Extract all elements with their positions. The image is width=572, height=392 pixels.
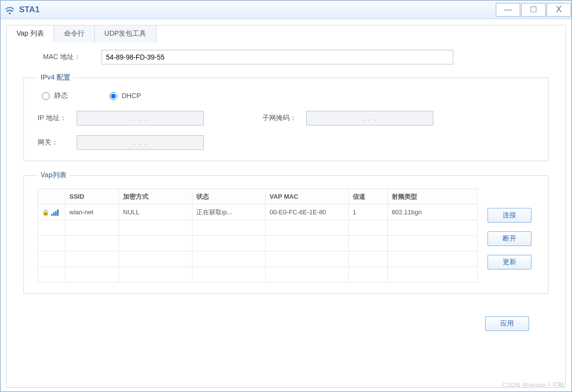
connect-button[interactable]: 连接: [487, 208, 531, 223]
col-ssid: SSID: [65, 189, 119, 205]
mask-label: 子网掩码：: [262, 114, 306, 123]
col-chan: 信道: [349, 189, 388, 205]
radio-static-input[interactable]: [42, 92, 50, 100]
radio-dhcp[interactable]: DHCP: [107, 91, 141, 100]
tab-vap-list[interactable]: Vap 列表: [6, 25, 54, 42]
signal-cell: 🔒: [42, 209, 61, 216]
maximize-button[interactable]: ☐: [521, 3, 546, 17]
cell-chan: 1: [349, 205, 388, 220]
col-mac: VAP MAC: [266, 189, 349, 205]
close-button[interactable]: X: [547, 3, 571, 17]
gw-label: 网关：: [38, 138, 77, 147]
radio-static[interactable]: 静态: [40, 91, 68, 100]
app-icon: [4, 4, 15, 15]
radio-dhcp-label: DHCP: [122, 92, 141, 100]
apply-row: 应用: [23, 304, 549, 331]
mask-input[interactable]: . . .: [306, 111, 433, 125]
ipv4-fieldset: IPv4 配置 静态 DHCP IP 地址： . .: [23, 73, 549, 161]
col-icon: [38, 189, 65, 205]
cell-radio: 802.11bgn: [388, 205, 478, 220]
vap-legend: Vap列表: [38, 171, 69, 180]
vap-fieldset: Vap列表 SSID: [23, 171, 549, 294]
mac-label: MAC 地址：: [43, 53, 102, 62]
apply-button[interactable]: 应用: [485, 316, 529, 331]
minimize-button[interactable]: —: [496, 3, 520, 17]
ip-label: IP 地址：: [38, 114, 77, 123]
refresh-button[interactable]: 更新: [487, 255, 531, 269]
window-title: STA1: [19, 5, 40, 15]
title-bar: STA1 — ☐ X: [0, 0, 572, 19]
ip-input[interactable]: . . .: [77, 111, 204, 125]
signal-bars-icon: [51, 209, 59, 216]
col-state: 状态: [192, 189, 266, 205]
cell-mac: 00-E0-FC-6E-1E-80: [266, 205, 349, 220]
table-row[interactable]: [38, 236, 478, 251]
ipv4-legend: IPv4 配置: [38, 73, 73, 82]
cell-ssid: wlan-net: [65, 205, 119, 220]
disconnect-button[interactable]: 断开: [487, 231, 531, 246]
table-row[interactable]: 🔒 wlan-net NULL 正在: [38, 205, 478, 220]
radio-dhcp-input[interactable]: [109, 92, 117, 100]
mac-row: MAC 地址：: [43, 50, 549, 64]
vap-table: SSID 加密方式 状态 VAP MAC 信道 射频类型: [38, 188, 478, 283]
tab-cli[interactable]: 命令行: [54, 25, 95, 42]
cell-state: 正在获取ip...: [192, 205, 266, 220]
table-row[interactable]: [38, 267, 478, 283]
gw-input[interactable]: . . .: [77, 135, 204, 150]
col-enc: 加密方式: [119, 189, 192, 205]
table-row[interactable]: [38, 220, 478, 236]
table-row[interactable]: [38, 251, 478, 267]
client-area: Vap 列表 命令行 UDP发包工具 MAC 地址： IPv4 配置 静态: [0, 19, 572, 392]
svg-point-0: [9, 12, 11, 14]
tab-content: MAC 地址： IPv4 配置 静态 DHCP: [7, 25, 565, 341]
tab-udp-tool[interactable]: UDP发包工具: [94, 25, 157, 42]
main-panel: Vap 列表 命令行 UDP发包工具 MAC 地址： IPv4 配置 静态: [6, 25, 566, 388]
lock-icon: 🔒: [42, 209, 49, 216]
radio-static-label: 静态: [54, 91, 68, 100]
vap-header-row: SSID 加密方式 状态 VAP MAC 信道 射频类型: [38, 189, 478, 205]
cell-enc: NULL: [119, 205, 192, 220]
app-window: STA1 — ☐ X Vap 列表 命令行 UDP发包工具 MAC 地址： IP…: [0, 0, 572, 392]
tab-strip: Vap 列表 命令行 UDP发包工具: [6, 24, 156, 42]
vap-table-wrap: SSID 加密方式 状态 VAP MAC 信道 射频类型: [38, 188, 478, 283]
vap-button-column: 连接 断开 更新: [487, 188, 531, 269]
col-radio: 射频类型: [388, 189, 478, 205]
mac-input[interactable]: [102, 50, 453, 64]
